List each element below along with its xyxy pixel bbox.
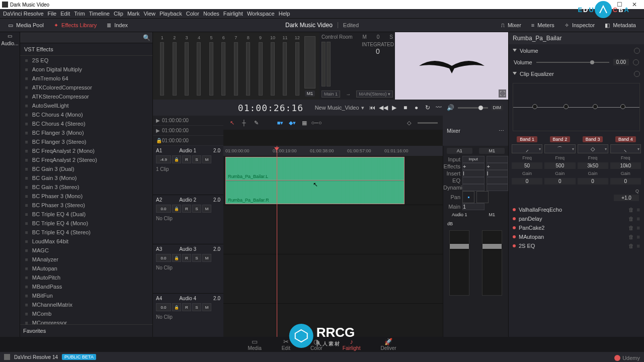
eq-node-1[interactable] — [532, 104, 537, 109]
effect-item[interactable]: BC Chorus 4 (Mono) — [20, 110, 152, 119]
fx-enable-dot[interactable] — [513, 235, 516, 238]
playhead[interactable] — [277, 146, 277, 337]
fx-enable-dot[interactable] — [513, 217, 516, 220]
track-gain[interactable]: 0.0 — [156, 205, 171, 213]
sidebar-tab-label[interactable]: Audio... — [0, 41, 20, 46]
effect-item[interactable]: MChannelMatrix — [20, 300, 152, 309]
mm-pan-m1[interactable] — [476, 191, 489, 203]
mixer-menu-icon[interactable]: ⋯ — [499, 128, 504, 134]
effect-item[interactable]: MAnalyzer — [20, 255, 152, 264]
loop-button[interactable]: ↻ — [424, 104, 432, 112]
effect-item[interactable]: BC Gain 3 (Mono) — [20, 173, 152, 183]
band-label[interactable]: Band 3 — [583, 136, 603, 142]
arm-button[interactable]: R — [182, 254, 191, 262]
effect-item[interactable]: BC Gain 3 (Stereo) — [20, 183, 152, 192]
mm-input-slot[interactable] — [487, 156, 509, 163]
lock-button[interactable]: 🔒 — [172, 155, 181, 163]
fx-row[interactable]: panDelay🗑≡ — [509, 214, 644, 223]
fx-delete-icon[interactable]: 🗑 — [628, 234, 634, 240]
lock-button[interactable]: 🔒 — [172, 254, 181, 262]
track-header[interactable]: A1Audio 12.0-4.9🔒RSM1 Clip — [153, 146, 223, 195]
menu-edit[interactable]: Edit — [60, 11, 70, 17]
track-lane-a2[interactable] — [223, 205, 443, 254]
track-header[interactable]: A4Audio 42.00.0🔒RSMNo Clip — [153, 294, 223, 337]
band-label[interactable]: Band 2 — [550, 136, 571, 142]
effect-item[interactable]: BC FreqAnalyst 2 (Stereo) — [20, 155, 152, 164]
band-curve-select[interactable]: ⸜▾ — [610, 144, 641, 153]
snap-toggle[interactable]: ■▾ — [277, 119, 284, 126]
mute-button[interactable]: M — [202, 254, 211, 262]
fx-delete-icon[interactable]: 🗑 — [628, 243, 634, 249]
timeline[interactable]: 01:00:00:00 01:00:19:00 01:00:38:00 01:0… — [223, 146, 443, 337]
effect-item[interactable]: BC Triple EQ 4 (Dual) — [20, 210, 152, 219]
volume-slider[interactable] — [536, 62, 609, 63]
automation-button[interactable]: 〰 — [435, 104, 443, 112]
favorites-section[interactable]: Favorites — [20, 324, 152, 337]
menu-timeline[interactable]: Timeline — [89, 11, 110, 17]
mm-dyn-slot[interactable] — [462, 184, 485, 191]
eq-graph[interactable] — [513, 83, 640, 131]
nav-edit[interactable]: ✂Edit — [282, 338, 290, 351]
freq-value[interactable]: 500 — [544, 162, 575, 169]
menu-file[interactable]: File — [48, 11, 57, 17]
close-button[interactable]: ✕ — [627, 1, 642, 8]
fx-delete-icon[interactable]: 🗑 — [628, 225, 634, 231]
fx-menu-icon[interactable]: ≡ — [637, 234, 640, 240]
tc-value[interactable]: 01:00:00:00 — [162, 138, 189, 143]
mm-eq-slot[interactable] — [462, 177, 485, 184]
mute-button[interactable]: M — [202, 303, 211, 311]
effects-library-toggle[interactable]: ✦ Effects Library — [49, 22, 102, 29]
stop-button[interactable]: ■ — [401, 104, 410, 112]
band-curve-select[interactable]: ⌒▾ — [544, 144, 575, 153]
fader-m1[interactable] — [482, 230, 502, 296]
fx-enable-dot[interactable] — [513, 244, 516, 247]
mute-button[interactable]: M — [202, 205, 211, 213]
band-curve-select[interactable]: ⸝▾ — [512, 144, 542, 153]
band-label[interactable]: Band 4 — [615, 136, 636, 142]
eq-node-2[interactable] — [564, 104, 569, 109]
track-gain[interactable]: 0.0 — [156, 303, 171, 311]
prev-button[interactable]: ⏮ — [368, 104, 376, 112]
fx-menu-icon[interactable]: ≡ — [637, 225, 640, 231]
arm-button[interactable]: R — [182, 155, 191, 163]
volume-section-header[interactable]: Volume — [509, 44, 644, 57]
effect-item[interactable]: MAutoPitch — [20, 273, 152, 282]
timecode-display[interactable]: 01:00:26:16 — [230, 103, 311, 113]
nav-media[interactable]: ▭Media — [248, 338, 261, 351]
mixer-toggle[interactable]: ⎍ Mixer — [496, 22, 526, 29]
effect-item[interactable]: MAutopan — [20, 264, 152, 273]
lock-icon[interactable]: 🔒 — [156, 138, 162, 143]
effect-item[interactable]: LoudMax 64bit — [20, 237, 152, 246]
nav-color[interactable]: ◑Color — [310, 338, 323, 351]
nav-deliver[interactable]: 🚀Deliver — [380, 338, 396, 351]
record-button[interactable]: ● — [413, 104, 421, 112]
effect-item[interactable]: BC Flanger 3 (Stereo) — [20, 137, 152, 146]
menu-nodes[interactable]: Nodes — [203, 11, 219, 17]
fx-row[interactable]: 2S EQ🗑≡ — [509, 241, 644, 250]
solo-button[interactable]: S — [192, 303, 201, 311]
effect-item[interactable]: ATKColoredCompressor — [20, 83, 152, 92]
zoom-fit[interactable]: ◇ — [406, 119, 413, 126]
fader-a1[interactable] — [449, 230, 469, 296]
track-header[interactable]: A2Audio 22.00.0🔒RSMNo Clip — [153, 195, 223, 244]
mm-effects-slot[interactable]: + — [487, 163, 509, 170]
track-gain[interactable]: -4.9 — [156, 155, 171, 163]
edit-tool[interactable]: ✎ — [253, 119, 260, 126]
mm-dyn-slot[interactable] — [487, 184, 509, 191]
menu-view[interactable]: View — [143, 11, 155, 17]
track-lane-a4[interactable] — [223, 304, 443, 337]
effect-item[interactable]: BC FreqAnalyst 2 (Mono) — [20, 146, 152, 155]
mixer-ch-a1[interactable]: A1 — [447, 148, 472, 154]
fx-enable-dot[interactable] — [513, 208, 516, 211]
fx-row[interactable]: PanCake2🗑≡ — [509, 223, 644, 232]
fx-enable-dot[interactable] — [513, 226, 516, 229]
clip-eq-section-header[interactable]: Clip Equalizer — [509, 67, 644, 80]
effect-item[interactable]: MCompressor — [20, 318, 152, 324]
monitor-volume-slider[interactable] — [458, 107, 488, 109]
effect-item[interactable]: BC Flanger 3 (Mono) — [20, 128, 152, 137]
track-gain[interactable]: 0.0 — [156, 254, 171, 262]
play-button[interactable]: ▶ — [390, 104, 398, 112]
media-pool-toggle[interactable]: ▭ Media Pool — [3, 22, 49, 29]
marker-toggle[interactable]: ◆▾ — [289, 119, 296, 126]
effect-item[interactable]: Acon Digital Multiply — [20, 65, 152, 74]
